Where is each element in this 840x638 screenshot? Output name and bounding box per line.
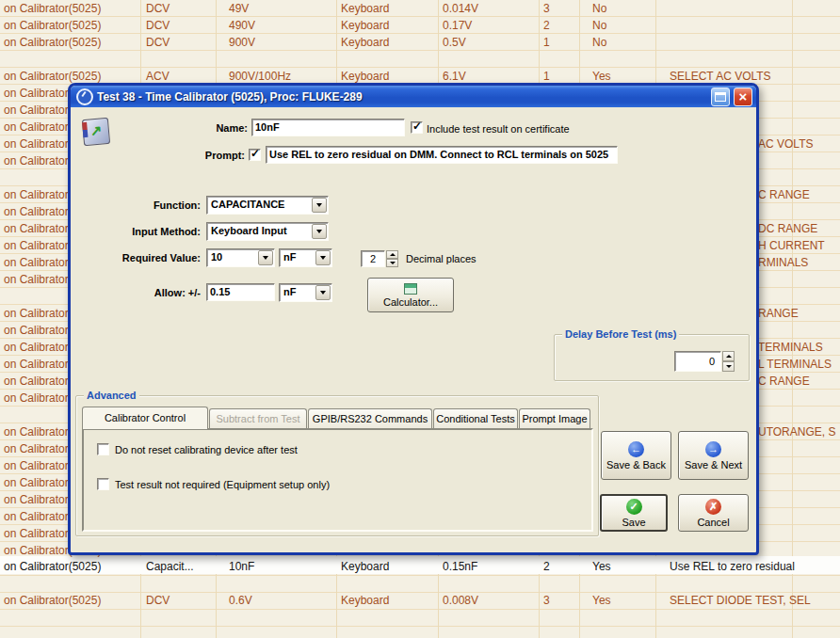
- allow-input[interactable]: 0.15: [206, 283, 275, 301]
- save-next-button[interactable]: →Save & Next: [678, 431, 749, 480]
- table-cell: L TERMINALS: [758, 358, 832, 372]
- table-cell: 0.6V: [229, 594, 252, 608]
- spinner-up-button[interactable]: [722, 351, 735, 361]
- tab-prompt-image[interactable]: Prompt Image: [519, 408, 590, 428]
- delay-value: 0: [675, 352, 720, 371]
- table-cell: on Calibrator(5025): [4, 560, 101, 574]
- delay-group: Delay Before Test (ms) 0: [554, 334, 750, 381]
- required-value-label: Required Value:: [89, 252, 201, 263]
- table-cell: RMINALS: [758, 256, 808, 270]
- input-method-value: Keyboard Input: [211, 225, 287, 236]
- dialog-window: Test 38 - Time Calibrator (5025), Proc: …: [68, 83, 759, 555]
- table-cell: on Calibrator(5025): [4, 36, 101, 50]
- table-cell: 49V: [229, 2, 249, 16]
- name-value: 10nF: [252, 120, 404, 135]
- table-cell: 10nF: [229, 560, 254, 574]
- table-cell: 2: [543, 560, 550, 574]
- window-button[interactable]: [711, 88, 730, 106]
- delay-spinner: [722, 351, 735, 372]
- table-cell: H CURRENT: [758, 239, 825, 253]
- arrow-left-icon: ←: [628, 441, 644, 457]
- table-cell: DC RANGE: [758, 222, 817, 236]
- tab-gpib-rs232-commands[interactable]: GPIB/RS232 Commands: [308, 408, 432, 428]
- save-button[interactable]: ✓Save: [600, 494, 668, 532]
- chevron-down-icon: [312, 224, 327, 239]
- cancel-button[interactable]: ✗Cancel: [678, 494, 749, 532]
- table-cell: RANGE: [758, 307, 799, 321]
- chevron-down-icon: [315, 285, 331, 300]
- delay-input[interactable]: 0: [674, 351, 721, 372]
- prompt-input[interactable]: Use REL to zero residual on DMM. Connect…: [266, 146, 618, 164]
- required-value-select[interactable]: 10: [206, 248, 275, 267]
- table-cell: on Calibrator(5025): [4, 70, 101, 84]
- allow-value: 0.15: [207, 284, 274, 299]
- dialog-title: Test 38 - Time Calibrator (5025), Proc: …: [97, 90, 707, 104]
- prompt-checkbox[interactable]: [249, 149, 261, 161]
- table-cell: ACV: [146, 70, 170, 84]
- no-result-checkbox[interactable]: [97, 478, 109, 490]
- dialog-titlebar[interactable]: Test 38 - Time Calibrator (5025), Proc: …: [71, 86, 756, 107]
- spinner-down-button[interactable]: [722, 361, 735, 372]
- close-icon: [739, 88, 748, 105]
- table-cell: 900V/100Hz: [229, 70, 291, 84]
- spinner-down-button[interactable]: [386, 259, 398, 267]
- save-button-label: Save: [622, 517, 645, 528]
- allow-unit-value: nF: [283, 286, 296, 297]
- table-cell: Keyboard: [341, 560, 389, 574]
- decimal-places-value: 2: [362, 251, 384, 266]
- chevron-down-icon: [258, 250, 273, 265]
- table-cell: Use REL to zero residual: [670, 560, 795, 574]
- table-cell: 1: [543, 70, 550, 84]
- table-cell: 2: [543, 19, 550, 33]
- arrow-right-icon: →: [705, 441, 721, 457]
- no-reset-label: Do not reset calibrating device after te…: [115, 444, 298, 455]
- no-reset-checkbox[interactable]: [97, 443, 109, 455]
- cancel-icon: ✗: [705, 499, 721, 515]
- table-cell: Yes: [592, 70, 611, 84]
- calculator-button[interactable]: Calculator...: [367, 278, 454, 312]
- save-next-button-label: Save & Next: [685, 459, 742, 471]
- include-cert-checkbox[interactable]: [411, 121, 423, 134]
- table-cell: TERMINALS: [758, 341, 823, 355]
- cancel-button-label: Cancel: [697, 517, 729, 528]
- allow-label: Allow: +/-: [89, 287, 201, 298]
- chevron-down-icon: [312, 198, 327, 213]
- save-back-button[interactable]: ←Save & Back: [601, 431, 671, 480]
- table-cell: 490V: [229, 19, 255, 33]
- spinner-up-button[interactable]: [386, 250, 398, 259]
- input-method-select[interactable]: Keyboard Input: [206, 222, 329, 241]
- required-value: 10: [211, 251, 222, 263]
- close-button[interactable]: [734, 88, 752, 106]
- function-label: Function:: [89, 199, 201, 211]
- check-icon: ✓: [626, 499, 642, 515]
- save-back-button-label: Save & Back: [606, 459, 666, 471]
- table-cell: Keyboard: [341, 19, 389, 33]
- no-result-label: Test result not required (Equipment setu…: [115, 479, 330, 490]
- table-cell: No: [592, 19, 606, 33]
- function-select[interactable]: CAPACITANCE: [206, 196, 329, 215]
- input-method-label: Input Method:: [89, 226, 201, 237]
- tab-calibrator-control[interactable]: Calibrator Control: [82, 407, 208, 429]
- table-cell: Yes: [592, 594, 611, 608]
- tab-subtract-from-test: Subtract from Test: [209, 408, 307, 428]
- tab-conditional-tests[interactable]: Conditional Tests: [433, 408, 518, 428]
- table-cell: No: [592, 36, 606, 50]
- table-cell: on Calibrator(5025): [4, 2, 101, 16]
- tab-strip: Calibrator ControlSubtract from TestGPIB…: [76, 396, 598, 430]
- required-unit-select[interactable]: nF: [279, 248, 332, 267]
- table-cell: 3: [543, 594, 550, 608]
- delay-group-label: Delay Before Test (ms): [562, 328, 679, 340]
- name-label: Name:: [165, 122, 248, 134]
- calculator-button-label: Calculator...: [383, 296, 438, 308]
- table-cell: Keyboard: [341, 2, 389, 16]
- table-cell: 0.008V: [443, 594, 478, 608]
- allow-unit-select[interactable]: nF: [279, 283, 332, 302]
- device-icon: [82, 118, 110, 146]
- name-input[interactable]: 10nF: [251, 119, 405, 136]
- table-cell: No: [592, 2, 606, 16]
- gauge-icon: [76, 88, 93, 105]
- table-cell: 0.17V: [443, 19, 472, 33]
- decimal-places-input[interactable]: 2: [361, 250, 385, 267]
- table-cell: 0.5V: [443, 36, 466, 50]
- required-unit-value: nF: [283, 251, 296, 263]
